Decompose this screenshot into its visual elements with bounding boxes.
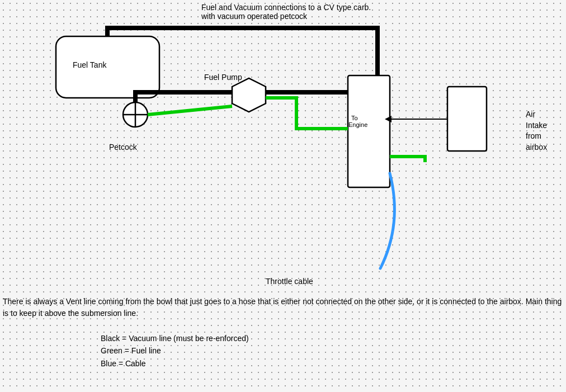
legend-green: Green = Fuel line bbox=[101, 344, 249, 357]
header-label: Fuel and Vacuum connections to a CV type… bbox=[201, 3, 371, 21]
fuel-tank-box bbox=[56, 36, 159, 98]
carb-body bbox=[348, 75, 390, 187]
air-intake-label: AirIntakefromairbox bbox=[526, 109, 547, 153]
fuel-line-2 bbox=[266, 98, 348, 129]
fuel-line-1 bbox=[148, 106, 232, 115]
throttle-cable-label: Throttle cable bbox=[266, 277, 313, 286]
legend-blue: Blue = Cable bbox=[101, 357, 249, 370]
legend-black: Black = Vacuum line (must be re-enforced… bbox=[101, 332, 249, 344]
to-engine-label: To bbox=[351, 115, 358, 121]
diagram: To Engine Fuel Tank Fuel Pump Petcock Fu… bbox=[0, 0, 566, 392]
fuel-pump-symbol bbox=[232, 78, 266, 112]
fuel-pump-label: Fuel Pump bbox=[204, 73, 242, 82]
fuel-line-3 bbox=[390, 157, 425, 162]
fuel-tank-label: Fuel Tank bbox=[73, 60, 106, 69]
petcock-label: Petcock bbox=[109, 143, 137, 152]
air-intake-box bbox=[447, 87, 487, 151]
legend: Black = Vacuum line (must be re-enforced… bbox=[101, 332, 249, 370]
svg-text:Engine: Engine bbox=[348, 121, 367, 128]
vent-text: There is always a Vent line coming from … bbox=[3, 296, 563, 319]
